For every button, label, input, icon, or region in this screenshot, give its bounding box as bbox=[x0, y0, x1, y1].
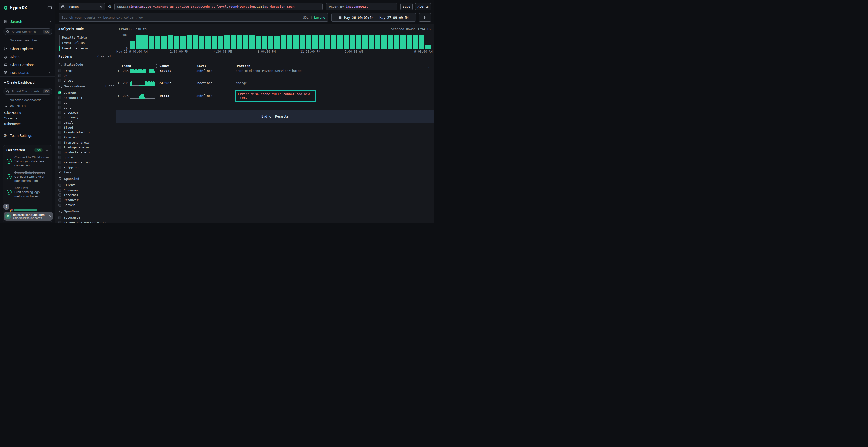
filter-checkbox-ok[interactable]: Ok bbox=[58, 73, 114, 78]
row-expand-chevron[interactable]: ❯ bbox=[118, 81, 119, 85]
filter-checkbox-frontend-proxy[interactable]: frontend-proxy bbox=[58, 140, 114, 145]
source-settings-button[interactable]: ⚙ bbox=[106, 4, 113, 10]
table-menu-icon[interactable]: ⋮ bbox=[427, 64, 431, 68]
filter-checkbox-internal[interactable]: Internal bbox=[58, 193, 114, 198]
filter-checkbox-recommendation[interactable]: recommendation bbox=[58, 160, 114, 165]
checkbox[interactable] bbox=[58, 199, 61, 202]
filter-checkbox-producer[interactable]: Producer bbox=[58, 198, 114, 203]
checkbox[interactable] bbox=[58, 161, 61, 164]
checkbox[interactable] bbox=[58, 151, 61, 154]
search-icon[interactable] bbox=[58, 177, 62, 181]
checkbox[interactable] bbox=[58, 96, 61, 99]
sidebar-item-team-settings[interactable]: ⚙ Team Settings bbox=[0, 133, 55, 138]
date-range-picker[interactable]: May 26 09:09:54 - May 27 09:09:54 bbox=[331, 13, 416, 22]
checkbox[interactable] bbox=[58, 146, 61, 149]
collapse-panel-icon[interactable] bbox=[48, 5, 52, 10]
saved-dashboards-input[interactable]: Saved Dashboards ⌘K bbox=[3, 88, 52, 95]
sidebar-item-chart-explorer[interactable]: Chart Explorer bbox=[0, 45, 55, 53]
logo[interactable]: HyperDX bbox=[0, 4, 55, 11]
checkbox[interactable] bbox=[58, 116, 61, 119]
filter-checkbox-quote[interactable]: quote bbox=[58, 155, 114, 160]
preset-item-clickhouse[interactable]: ClickHouse bbox=[0, 110, 55, 115]
run-query-button[interactable] bbox=[419, 13, 431, 22]
filter-checkbox--closure-[interactable]: {closure} bbox=[58, 215, 114, 220]
checkbox[interactable] bbox=[58, 188, 61, 192]
saved-searches-input[interactable]: Saved Searches ⌘K bbox=[3, 28, 52, 35]
checkbox[interactable] bbox=[58, 131, 61, 134]
checkbox[interactable] bbox=[58, 156, 61, 159]
sql-select-input[interactable]: SELECT Timestamp, ServiceName as service… bbox=[114, 3, 322, 10]
show-less-toggle[interactable]: Less bbox=[58, 170, 114, 175]
filter-checkbox-cart[interactable]: cart bbox=[58, 105, 114, 110]
filter-checkbox-email[interactable]: email bbox=[58, 120, 114, 125]
search-input[interactable] bbox=[62, 16, 301, 19]
alerts-button[interactable]: Alerts bbox=[415, 3, 431, 10]
checkbox[interactable] bbox=[58, 79, 61, 82]
filter-checkbox-flagd[interactable]: flagd bbox=[58, 125, 114, 130]
preset-item-services[interactable]: Services bbox=[0, 115, 55, 121]
checkbox[interactable] bbox=[58, 101, 61, 104]
filter-checkbox-product-catalog[interactable]: product-catalog bbox=[58, 150, 114, 155]
checkbox[interactable] bbox=[58, 74, 61, 77]
help-button[interactable]: ? bbox=[3, 204, 9, 210]
save-button[interactable]: Save bbox=[401, 3, 412, 10]
filter-checkbox-server[interactable]: Server bbox=[58, 203, 114, 208]
filter-checkbox-payment[interactable]: payment bbox=[58, 90, 114, 95]
checkbox[interactable] bbox=[58, 69, 61, 72]
analysis-mode-results-table[interactable]: Results Table bbox=[59, 35, 116, 40]
checkbox[interactable] bbox=[58, 141, 61, 144]
checkbox[interactable] bbox=[58, 221, 61, 224]
highlighted-pattern-box[interactable]: Error: Visa cache full: cannot add new i… bbox=[235, 90, 316, 102]
source-select[interactable]: Traces bbox=[59, 3, 105, 10]
sidebar-item-client-sessions[interactable]: Client Sessions bbox=[0, 61, 55, 69]
row-expand-chevron[interactable]: ❯ bbox=[118, 94, 119, 98]
column-resize-handle[interactable] bbox=[234, 64, 235, 68]
search-icon[interactable] bbox=[58, 209, 62, 213]
checkbox[interactable] bbox=[58, 216, 61, 219]
table-row[interactable]: ❯22K~98813undefinedError: Visa cache ful… bbox=[118, 94, 431, 104]
filter-checkbox-fraud-detection[interactable]: fraud-detection bbox=[58, 130, 114, 135]
filter-checkbox--flagd-evaluation-v1-se-[interactable]: /flagd.evaluation.v1.Se… bbox=[58, 220, 114, 224]
checkbox[interactable] bbox=[58, 111, 61, 114]
checkbox[interactable] bbox=[58, 106, 61, 109]
filter-checkbox-ad[interactable]: ad bbox=[58, 100, 114, 105]
get-started-item[interactable]: Create Data SourcesConfigure where your … bbox=[6, 171, 49, 183]
checkbox[interactable] bbox=[58, 136, 61, 139]
analysis-mode-event-patterns[interactable]: Event Patterns bbox=[59, 45, 116, 51]
search-icon[interactable] bbox=[58, 62, 62, 66]
column-resize-handle[interactable] bbox=[194, 64, 194, 68]
filter-checkbox-checkout[interactable]: checkout bbox=[58, 110, 114, 115]
presets-toggle[interactable]: PRESETS bbox=[0, 105, 55, 108]
filter-checkbox-consumer[interactable]: Consumer bbox=[58, 187, 114, 193]
filter-checkbox-shipping[interactable]: shipping bbox=[58, 165, 114, 170]
row-expand-chevron[interactable]: ❯ bbox=[118, 68, 119, 73]
filter-checkbox-accounting[interactable]: accounting bbox=[58, 95, 114, 100]
search-icon[interactable] bbox=[58, 84, 62, 88]
checkbox[interactable] bbox=[58, 183, 61, 187]
checkbox[interactable] bbox=[58, 194, 61, 197]
column-resize-handle[interactable] bbox=[156, 64, 157, 68]
filter-checkbox-client[interactable]: Client bbox=[58, 182, 114, 187]
filter-checkbox-currency[interactable]: currency bbox=[58, 115, 114, 120]
clear-all-filters-link[interactable]: Clear all bbox=[97, 55, 113, 58]
lucene-mode-toggle[interactable]: Lucene bbox=[314, 16, 325, 19]
analysis-mode-event-deltas[interactable]: Event Deltas bbox=[59, 40, 116, 46]
sql-mode-toggle[interactable]: SQL bbox=[303, 16, 309, 19]
preset-item-kubernetes[interactable]: Kubernetes bbox=[0, 121, 55, 127]
sidebar-item-search[interactable]: Search bbox=[0, 18, 55, 25]
get-started-item[interactable]: Connect to ClickHouseSet up your databas… bbox=[6, 155, 49, 167]
clear-filter-link[interactable]: Clear bbox=[105, 84, 114, 88]
table-row[interactable]: ❯28K~592041undefinedgrpc.oteldemo.Paymen… bbox=[118, 68, 431, 79]
sidebar-item-alerts[interactable]: Alerts bbox=[0, 53, 55, 61]
get-started-item[interactable]: Add DataStart sending logs, metrics, or … bbox=[6, 186, 49, 198]
create-dashboard-button[interactable]: + Create Dashboard bbox=[0, 79, 55, 85]
checkbox[interactable] bbox=[58, 121, 61, 124]
checkbox[interactable] bbox=[58, 166, 61, 169]
checkbox[interactable] bbox=[58, 91, 61, 94]
filter-checkbox-error[interactable]: Error bbox=[58, 68, 114, 73]
filter-checkbox-load-generator[interactable]: load-generator bbox=[58, 145, 114, 150]
get-started-header[interactable]: Get Started 3/3 bbox=[6, 148, 49, 152]
sql-orderby-input[interactable]: ORDER BY Timestamp DESC bbox=[326, 3, 397, 10]
user-menu[interactable]: D dale@clickhouse.com dale@clickhouse.co… bbox=[4, 212, 53, 220]
checkbox[interactable] bbox=[58, 204, 61, 207]
